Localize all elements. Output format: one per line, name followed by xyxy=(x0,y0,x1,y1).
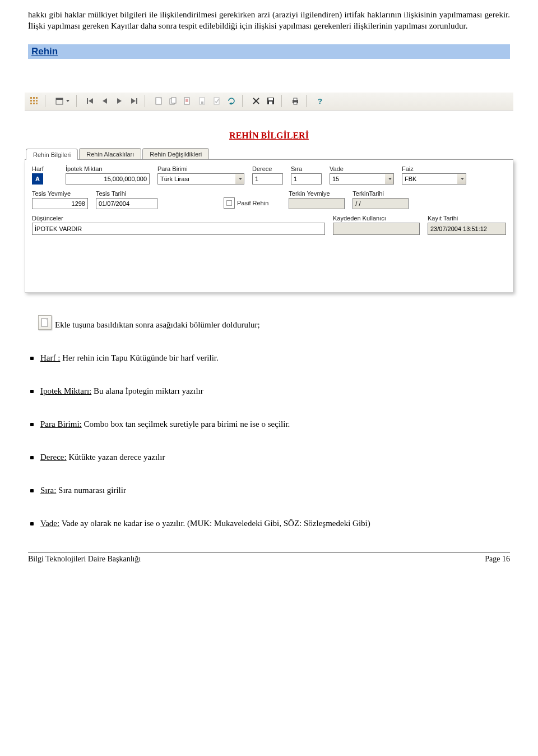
value-terkin-tarihi: / / xyxy=(355,200,406,207)
value-kayit-tarihi: 23/07/2004 13:51:12 xyxy=(430,225,503,232)
form-panel: Harf A İpotek Miktarı 15,000,000,000 Par… xyxy=(25,160,513,293)
section-link-rehin[interactable]: Rehin xyxy=(31,46,58,57)
svg-rect-33 xyxy=(269,102,272,104)
svg-rect-8 xyxy=(36,103,38,104)
toolbar-separator xyxy=(306,95,309,107)
label-tesis-tarihi: Tesis Tarihi xyxy=(96,190,157,197)
save-icon[interactable] xyxy=(265,95,277,107)
tab-rehin-degisiklikleri[interactable]: Rehin Değişiklikleri xyxy=(142,148,209,159)
bullet-para-birimi: Para Birimi: Combo box tan seçilmek sure… xyxy=(28,420,510,429)
svg-rect-0 xyxy=(30,97,32,99)
toolbar-separator xyxy=(145,95,148,107)
svg-rect-26 xyxy=(201,102,203,104)
combo-faiz[interactable]: FBK xyxy=(402,173,466,185)
new-doc-icon[interactable] xyxy=(152,95,165,107)
paragraph-intro: hakkı gibi haklar mülkiyet bilgileri ile… xyxy=(28,9,510,32)
svg-rect-36 xyxy=(294,102,297,104)
bullet-label: Sıra: xyxy=(40,486,56,495)
harf-value: A xyxy=(35,176,40,182)
next-icon[interactable] xyxy=(113,95,126,107)
svg-rect-32 xyxy=(268,98,273,100)
bullet-label: Ipotek Miktarı: xyxy=(40,386,91,395)
input-tesis-tarihi[interactable]: 01/07/2004 xyxy=(96,198,157,209)
svg-rect-1 xyxy=(33,97,35,99)
input-terkin-tarihi[interactable]: / / xyxy=(353,198,409,209)
value-tesis-yevmiye: 1298 xyxy=(35,200,85,207)
svg-rect-5 xyxy=(36,100,38,102)
label-dusunceler: Düşünceler xyxy=(32,215,325,222)
bullet-label: Harf : xyxy=(40,353,60,362)
chevron-down-icon xyxy=(235,173,244,185)
field-instructions: Harf : Her rehin icin Tapu Kütügünde bir… xyxy=(28,353,510,528)
tab-rehin-bilgileri[interactable]: Rehin Bilgileri xyxy=(26,149,78,160)
input-ipotek-miktari[interactable]: 15,000,000,000 xyxy=(66,173,150,185)
svg-rect-15 xyxy=(136,98,137,104)
value-para-birimi: Türk Lirası xyxy=(160,176,233,182)
label-ipotek-miktari: İpotek Miktarı xyxy=(66,165,150,172)
grid-icon[interactable] xyxy=(28,95,40,107)
svg-marker-13 xyxy=(103,98,107,104)
label-vade: Vade xyxy=(330,165,394,172)
svg-rect-21 xyxy=(184,98,189,104)
bullet-label: Vade: xyxy=(40,519,59,528)
tab-rehin-alacaklilari[interactable]: Rehin Alacaklıları xyxy=(79,148,141,159)
print-icon[interactable] xyxy=(289,95,302,107)
tabbar: Rehin Bilgileri Rehin Alacaklıları Rehin… xyxy=(25,146,513,160)
input-terkin-yevmiye[interactable] xyxy=(289,198,345,209)
bullet-sira: Sıra: Sıra numarası girilir xyxy=(28,486,510,495)
svg-rect-6 xyxy=(30,103,32,104)
copy-icon[interactable] xyxy=(167,95,179,107)
svg-marker-14 xyxy=(117,98,122,104)
label-terkin-yevmiye: Terkin Yevmiye xyxy=(289,190,345,197)
form-screenshot: ? REHİN BİLGİLERİ Rehin Bilgileri Rehin … xyxy=(25,93,513,293)
add-doc-icon[interactable] xyxy=(38,315,52,330)
toolbar-separator xyxy=(242,95,245,107)
check-doc-icon[interactable] xyxy=(211,95,223,107)
bullet-text: Vade ay olarak ne kadar ise o yazılır. (… xyxy=(59,519,370,528)
input-derece[interactable]: 1 xyxy=(252,173,283,185)
input-dusunceler[interactable]: İPOTEK VARDIR xyxy=(32,223,325,235)
delete-icon[interactable] xyxy=(250,95,262,107)
refresh-icon[interactable] xyxy=(225,95,238,107)
svg-rect-27 xyxy=(214,98,219,104)
bullet-text: Bu alana İpotegin miktarı yazılır xyxy=(91,386,203,395)
input-kayit-tarihi: 23/07/2004 13:51:12 xyxy=(428,223,506,235)
value-vade: 15 xyxy=(332,176,383,182)
svg-marker-28 xyxy=(229,102,231,105)
combo-vade[interactable]: 15 xyxy=(330,173,394,185)
lock-doc-icon[interactable] xyxy=(196,95,208,107)
label-pasif-rehin: Pasif Rehin xyxy=(237,200,268,206)
calendar-dropdown[interactable] xyxy=(53,95,72,107)
label-derece: Derece xyxy=(252,165,283,172)
bullet-vade: Vade: Vade ay olarak ne kadar ise o yazı… xyxy=(28,519,510,528)
svg-rect-3 xyxy=(30,100,32,102)
bullet-ipotek: Ipotek Miktarı: Bu alana İpotegin miktar… xyxy=(28,386,510,396)
last-icon[interactable] xyxy=(128,95,140,107)
input-tesis-yevmiye[interactable]: 1298 xyxy=(32,198,88,209)
bullet-text: Combo box tan seçilmek suretiyle para bi… xyxy=(82,420,290,428)
bullet-text: Kütükte yazan derece yazılır xyxy=(67,453,165,462)
checkbox-pasif-rehin[interactable] xyxy=(224,197,235,209)
value-dusunceler: İPOTEK VARDIR xyxy=(35,225,322,232)
help-icon[interactable]: ? xyxy=(314,95,326,107)
edit-doc-icon[interactable] xyxy=(182,95,194,107)
toolbar-separator xyxy=(281,95,285,107)
bullet-text: Sıra numarası girilir xyxy=(56,486,126,495)
harf-indicator: A xyxy=(32,173,43,185)
value-sira: 1 xyxy=(294,176,319,182)
svg-rect-35 xyxy=(294,98,297,100)
form-heading: REHİN BİLGİLERİ xyxy=(25,131,513,141)
svg-rect-20 xyxy=(171,98,176,103)
svg-rect-11 xyxy=(87,98,88,104)
svg-rect-10 xyxy=(56,98,63,100)
label-tesis-yevmiye: Tesis Yevmiye xyxy=(32,190,88,197)
ekle-caption: Ekle tuşuna basıldıktan sonra asağıdaki … xyxy=(55,320,260,330)
combo-para-birimi[interactable]: Türk Lirası xyxy=(157,173,244,185)
value-derece: 1 xyxy=(255,176,280,182)
input-sira[interactable]: 1 xyxy=(291,173,322,185)
bullet-label: Para Birimi: xyxy=(40,420,82,428)
first-icon[interactable] xyxy=(84,95,96,107)
prev-icon[interactable] xyxy=(99,95,111,107)
bullet-harf: Harf : Her rehin icin Tapu Kütügünde bir… xyxy=(28,353,510,363)
svg-text:?: ? xyxy=(318,97,322,105)
